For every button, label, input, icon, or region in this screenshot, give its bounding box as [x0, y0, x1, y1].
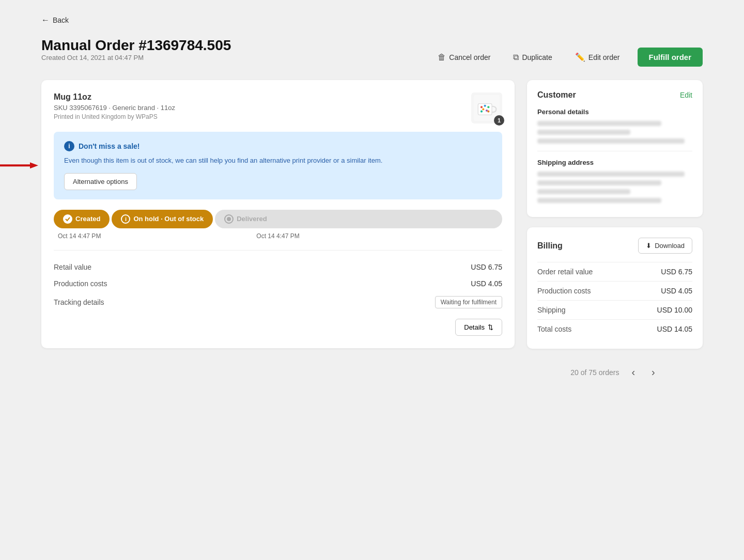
alert-text: Even though this item is out of stock, w…: [64, 155, 492, 166]
copy-icon: ⧉: [513, 53, 519, 62]
right-panel: Customer Edit Personal details Shipping …: [527, 80, 703, 380]
product-origin: Printed in United Kingdom by WPaPS: [54, 113, 175, 120]
alert-title: i Don't miss a sale!: [64, 141, 492, 151]
billing-shipping-row: Shipping USD 10.00: [537, 300, 692, 319]
billing-card: Billing ⬇ Download Order retail value US…: [527, 227, 703, 349]
blurred-phone: [537, 138, 685, 144]
cancel-label: Cancel order: [449, 53, 490, 61]
download-icon: ⬇: [646, 242, 652, 250]
trash-icon: 🗑: [438, 53, 446, 62]
billing-shipping-label: Shipping: [537, 306, 566, 314]
back-arrow-icon: ←: [41, 15, 50, 25]
svg-point-3: [484, 105, 486, 107]
quantity-badge: 1: [494, 115, 504, 126]
created-date: Created Oct 14, 2021 at 04:47 PM: [41, 54, 231, 61]
next-page-button[interactable]: ›: [647, 364, 659, 380]
retail-label: Retail value: [54, 263, 91, 271]
customer-card-header: Customer Edit: [537, 90, 692, 100]
info-icon: i: [121, 214, 130, 224]
step-onhold: i On hold · Out of stock: [112, 210, 213, 228]
back-link[interactable]: ← Back: [41, 15, 703, 25]
customer-title: Customer: [537, 90, 576, 100]
chevron-icon: ⇅: [488, 323, 493, 331]
cancel-order-button[interactable]: 🗑 Cancel order: [432, 50, 495, 65]
billing-production-value: USD 4.05: [661, 287, 692, 295]
details-label: Details: [464, 323, 485, 331]
billing-retail-value: USD 6.75: [661, 268, 692, 276]
billing-production-label: Production costs: [537, 287, 591, 295]
personal-details-blurred: [537, 121, 692, 144]
product-image-wrapper: 1: [471, 92, 502, 123]
tracking-row: Tracking details Waiting for fulfilment: [54, 292, 502, 313]
order-title-block: Manual Order #1369784.505 Created Oct 14…: [41, 37, 231, 77]
page-header: Manual Order #1369784.505 Created Oct 14…: [41, 37, 703, 77]
step-created: Created: [54, 210, 110, 228]
download-label: Download: [655, 242, 685, 250]
order-card: Mug 11oz SKU 3395067619 · Generic brand …: [41, 80, 515, 348]
fulfill-order-button[interactable]: Fulfill order: [638, 48, 703, 67]
svg-point-7: [481, 111, 483, 113]
production-row: Production costs USD 4.05: [54, 275, 502, 292]
details-toggle-button[interactable]: Details ⇅: [455, 319, 502, 336]
alert-box: i Don't miss a sale! Even though this it…: [54, 132, 502, 199]
prev-page-button[interactable]: ‹: [627, 364, 639, 380]
customer-card: Customer Edit Personal details Shipping …: [527, 80, 703, 217]
duplicate-button[interactable]: ⧉ Duplicate: [508, 50, 557, 65]
left-panel: Mug 11oz SKU 3395067619 · Generic brand …: [41, 80, 515, 348]
personal-details-label: Personal details: [537, 108, 692, 116]
billing-production-row: Production costs USD 4.05: [537, 281, 692, 300]
blurred-email: [537, 130, 630, 135]
back-label: Back: [53, 16, 69, 24]
svg-point-8: [487, 111, 489, 113]
tracking-label: Tracking details: [54, 298, 104, 306]
billing-retail-row: Order retail value USD 6.75: [537, 262, 692, 281]
product-sku: SKU 3395067619 · Generic brand · 11oz: [54, 104, 175, 112]
production-label: Production costs: [54, 279, 107, 288]
customer-edit-link[interactable]: Edit: [680, 91, 692, 99]
dot-icon: [224, 214, 234, 224]
product-header: Mug 11oz SKU 3395067619 · Generic brand …: [54, 92, 502, 123]
date-onhold: Oct 14 4:47 PM: [205, 232, 351, 240]
svg-point-2: [481, 106, 483, 108]
svg-point-5: [482, 108, 484, 110]
billing-total-value: USD 14.05: [657, 325, 692, 333]
divider: [537, 151, 692, 151]
shipping-address-blurred: [537, 172, 692, 203]
retail-row: Retail value USD 6.75: [54, 259, 502, 275]
tracking-value: Waiting for fulfilment: [435, 296, 502, 308]
blurred-addr4: [537, 198, 661, 203]
edit-order-button[interactable]: ✏️ Edit order: [570, 49, 625, 65]
date-created: Oct 14 4:47 PM: [56, 232, 205, 240]
billing-total-row: Total costs USD 14.05: [537, 319, 692, 338]
alternative-options-button[interactable]: Alternative options: [64, 173, 137, 190]
main-content: Mug 11oz SKU 3395067619 · Generic brand …: [41, 80, 703, 380]
red-arrow: [0, 162, 38, 168]
download-button[interactable]: ⬇ Download: [638, 238, 692, 254]
pagination: 20 of 75 orders ‹ ›: [527, 364, 703, 380]
check-icon: [63, 214, 72, 224]
shipping-label: Shipping address: [537, 159, 692, 166]
svg-point-4: [487, 106, 489, 108]
blurred-addr3: [537, 189, 630, 194]
duplicate-label: Duplicate: [522, 53, 552, 61]
blurred-addr2: [537, 180, 661, 185]
billing-shipping-value: USD 10.00: [657, 306, 692, 314]
blurred-addr1: [537, 172, 685, 177]
status-dates: Oct 14 4:47 PM Oct 14 4:47 PM: [54, 232, 502, 240]
pencil-icon: ✏️: [575, 52, 585, 62]
billing-title: Billing: [537, 241, 563, 251]
production-value: USD 4.05: [471, 279, 502, 288]
step-delivered: Delivered: [215, 210, 502, 228]
billing-header: Billing ⬇ Download: [537, 238, 692, 254]
retail-value: USD 6.75: [471, 263, 502, 271]
details-btn-wrapper: Details ⇅: [54, 319, 502, 336]
blurred-name: [537, 121, 661, 126]
order-details: Retail value USD 6.75 Production costs U…: [54, 250, 502, 313]
alert-info-icon: i: [64, 141, 74, 151]
billing-retail-label: Order retail value: [537, 268, 593, 276]
billing-total-label: Total costs: [537, 325, 571, 333]
status-bar: Created i On hold · Out of stock Deliver…: [54, 210, 502, 228]
pagination-text: 20 of 75 orders: [570, 368, 619, 377]
order-title: Manual Order #1369784.505: [41, 37, 231, 54]
date-delivered: [351, 232, 500, 240]
